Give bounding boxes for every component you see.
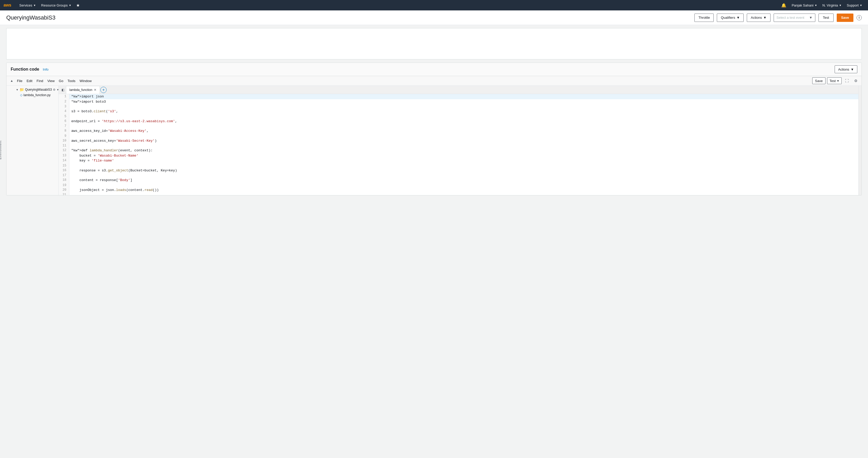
- line-number: 2: [59, 99, 69, 104]
- qualifiers-button[interactable]: Qualifiers ▼: [717, 13, 744, 22]
- table-row: 12"kw">def lambda_handler(event, context…: [59, 148, 858, 153]
- folder-settings-icon[interactable]: ⚙: [53, 88, 56, 92]
- line-code[interactable]: [69, 193, 858, 195]
- tab-collapse-icon[interactable]: ◧: [60, 87, 66, 93]
- throttle-button[interactable]: Throttle: [694, 13, 714, 22]
- line-code[interactable]: s3 = boto3.client('s3',: [69, 109, 858, 114]
- line-number: 18: [59, 178, 69, 183]
- table-row: 3: [59, 104, 858, 109]
- page-header: QueryingWasabiS3 Throttle Qualifiers ▼ A…: [0, 10, 868, 25]
- nav-services[interactable]: Services ▼: [17, 0, 38, 10]
- function-code-section: Function code Info Actions ▼ ▲ File Edit…: [6, 63, 862, 195]
- user-chevron-icon: ▼: [814, 4, 817, 7]
- line-code[interactable]: [69, 124, 858, 128]
- tab-bar: ◧ lambda_function ✕ +: [59, 86, 858, 94]
- line-number: 8: [59, 128, 69, 134]
- line-code[interactable]: [69, 143, 858, 148]
- line-number: 21: [59, 193, 69, 195]
- code-table: 1"kw">import json2"kw">import boto334s3 …: [59, 94, 858, 195]
- file-item[interactable]: ◇ lambda_function.py: [14, 93, 58, 98]
- line-code[interactable]: endpoint_url = 'https://s3.us-east-2.was…: [69, 119, 858, 124]
- line-code[interactable]: [69, 114, 858, 119]
- line-code[interactable]: [69, 134, 858, 138]
- menu-edit[interactable]: Edit: [25, 78, 34, 84]
- actions-button[interactable]: Actions ▼: [747, 13, 771, 22]
- table-row: 8aws_access_key_id='Wasabi-Access-Key',: [59, 128, 858, 134]
- line-number: 10: [59, 138, 69, 143]
- menu-window[interactable]: Window: [78, 78, 94, 84]
- menu-view[interactable]: View: [45, 78, 57, 84]
- line-code[interactable]: [69, 163, 858, 168]
- section-info-link[interactable]: Info: [43, 67, 49, 71]
- folder-settings-chevron-icon: ▼: [57, 88, 59, 91]
- save-button[interactable]: Save: [837, 13, 854, 22]
- notifications-icon[interactable]: 🔔: [779, 3, 789, 8]
- menu-tools[interactable]: Tools: [65, 78, 78, 84]
- table-row: 4s3 = boto3.client('s3',: [59, 109, 858, 114]
- line-code[interactable]: jsonObject = json.loads(content.read()): [69, 188, 858, 193]
- environment-label: Environment: [0, 140, 20, 159]
- code-area: ◧ lambda_function ✕ + 1"kw">import json2…: [59, 86, 858, 195]
- nav-favorites-icon[interactable]: ★: [74, 3, 82, 8]
- table-row: 14 key = 'file-name': [59, 158, 858, 163]
- support-chevron-icon: ▼: [860, 4, 862, 7]
- line-number: 16: [59, 168, 69, 173]
- tab-close-icon[interactable]: ✕: [94, 88, 96, 92]
- resource-groups-chevron-icon: ▼: [69, 4, 71, 7]
- settings-icon[interactable]: ⚙: [852, 77, 859, 85]
- table-row: 11: [59, 143, 858, 148]
- table-row: 2"kw">import boto3: [59, 99, 858, 104]
- line-number: 3: [59, 104, 69, 109]
- toolbar-right: Save Test ▼ ⛶ ⚙: [812, 77, 859, 85]
- line-code[interactable]: key = 'file-name': [69, 158, 858, 163]
- folder-collapse-icon: ▼: [16, 88, 19, 91]
- line-code[interactable]: "kw">import json: [69, 94, 858, 99]
- line-code[interactable]: "kw">def lambda_handler(event, context):: [69, 148, 858, 153]
- nav-support[interactable]: Support ▼: [844, 0, 865, 10]
- file-tree: Environment ▼ 📁 QueryingWasabiS3 ⚙ ▼ ◇ l…: [6, 86, 59, 195]
- line-code[interactable]: bucket = 'Wasabi-Bucket-Name': [69, 153, 858, 158]
- lambda-function-tab[interactable]: lambda_function ✕: [66, 86, 100, 94]
- menu-file[interactable]: File: [15, 78, 25, 84]
- editor-save-button[interactable]: Save: [812, 77, 826, 84]
- line-code[interactable]: content = response['Body']: [69, 178, 858, 183]
- right-divider: [858, 86, 862, 195]
- page-info-icon[interactable]: ℹ: [857, 15, 862, 20]
- nav-resource-groups[interactable]: Resource Groups ▼: [38, 0, 74, 10]
- test-event-select[interactable]: Select a test event ▼: [774, 13, 815, 22]
- line-number: 17: [59, 173, 69, 178]
- table-row: 5: [59, 114, 858, 119]
- line-code[interactable]: aws_access_key_id='Wasabi-Access-Key',: [69, 128, 858, 134]
- blank-area: [6, 28, 862, 59]
- table-row: 6endpoint_url = 'https://s3.us-east-2.wa…: [59, 119, 858, 124]
- table-row: 7: [59, 124, 858, 128]
- line-code[interactable]: [69, 173, 858, 178]
- line-code[interactable]: "kw">import boto3: [69, 99, 858, 104]
- expand-icon[interactable]: ⛶: [843, 77, 850, 85]
- test-event-chevron-icon: ▼: [809, 15, 812, 20]
- line-code[interactable]: response = s3.get_object(Bucket=bucket, …: [69, 168, 858, 173]
- editor-test-button[interactable]: Test ▼: [827, 77, 842, 84]
- table-row: 16 response = s3.get_object(Bucket=bucke…: [59, 168, 858, 173]
- line-code[interactable]: [69, 183, 858, 188]
- nav-user[interactable]: Panjak Sahani ▼: [789, 0, 820, 10]
- nav-region[interactable]: N. Virginia ▼: [820, 0, 844, 10]
- section-actions-button[interactable]: Actions ▼: [835, 65, 857, 73]
- add-tab-icon[interactable]: +: [100, 87, 106, 93]
- line-number: 11: [59, 143, 69, 148]
- menu-go[interactable]: Go: [57, 78, 65, 84]
- table-row: 19: [59, 183, 858, 188]
- test-button[interactable]: Test: [818, 13, 834, 22]
- folder-item[interactable]: ▼ 📁 QueryingWasabiS3 ⚙ ▼: [14, 87, 58, 93]
- actions-chevron-icon: ▼: [763, 15, 767, 20]
- collapse-button[interactable]: ▲: [9, 78, 15, 84]
- line-code[interactable]: [69, 104, 858, 109]
- line-number: 7: [59, 124, 69, 128]
- line-code[interactable]: aws_secret_access_key='Wasabi-Secret-Key…: [69, 138, 858, 143]
- menu-find[interactable]: Find: [34, 78, 45, 84]
- code-content[interactable]: 1"kw">import json2"kw">import boto334s3 …: [59, 94, 858, 195]
- section-header: Function code Info Actions ▼: [6, 63, 862, 76]
- line-number: 1: [59, 94, 69, 99]
- table-row: 15: [59, 163, 858, 168]
- line-number: 5: [59, 114, 69, 119]
